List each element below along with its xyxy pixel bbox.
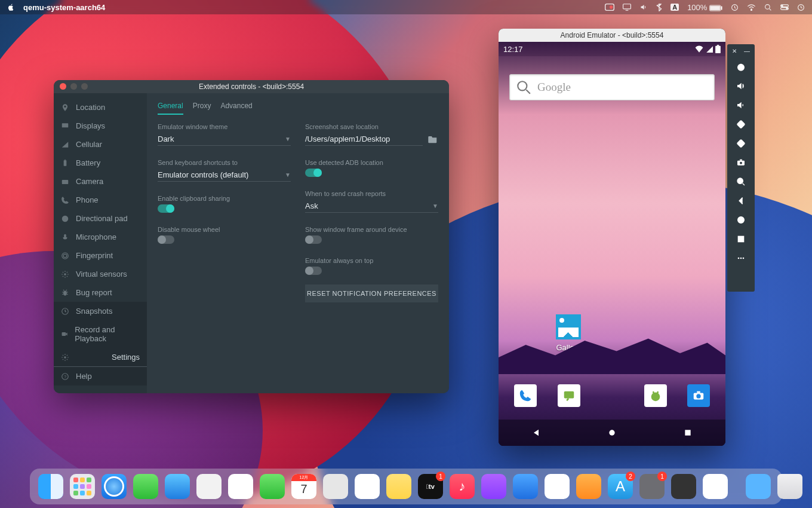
dock-calendar[interactable]: 12月7 — [291, 474, 316, 499]
sidebar-item-displays[interactable]: Displays — [54, 117, 147, 135]
menubar-timemachine-icon[interactable] — [731, 4, 739, 11]
svg-rect-39 — [697, 391, 700, 393]
more-button[interactable] — [732, 249, 750, 267]
phone-app-icon[interactable] — [514, 384, 537, 407]
sidebar-item-phone[interactable]: Phone — [54, 191, 147, 209]
rotate-left-button[interactable] — [732, 115, 750, 133]
messages-app-icon[interactable] — [558, 384, 580, 407]
menubar-input-icon[interactable]: A — [670, 4, 679, 11]
dock-android-studio[interactable] — [703, 474, 728, 499]
window-close-button[interactable] — [60, 83, 66, 90]
sidebar-item-cellular[interactable]: Cellular — [54, 135, 147, 154]
dock-facetime[interactable] — [260, 474, 285, 499]
sidebar-item-snapshots[interactable]: Snapshots — [54, 302, 147, 320]
dock-tv[interactable]: tv1 — [418, 474, 443, 499]
frame-toggle[interactable] — [305, 235, 322, 244]
power-button[interactable] — [732, 58, 750, 76]
sidebar-item-battery[interactable]: Battery — [54, 154, 147, 172]
battery-icon — [715, 45, 721, 53]
crash-select[interactable]: Ask▼ — [305, 200, 438, 213]
theme-select[interactable]: Dark▼ — [158, 133, 291, 146]
dock-mail[interactable] — [165, 474, 190, 499]
menubar-controlcenter-icon[interactable] — [780, 4, 789, 10]
volume-up-button[interactable] — [732, 77, 750, 95]
dock-appstore[interactable]: A2 — [608, 474, 633, 499]
dock-fcp[interactable] — [671, 474, 696, 499]
reset-notification-button[interactable]: RESET NOTIFICATION PREFERENCES — [305, 284, 438, 302]
mac-dock: 12月7tv1♪A21 — [30, 469, 782, 504]
dock-safari[interactable] — [102, 474, 127, 499]
menubar-bluetooth-icon[interactable] — [656, 3, 662, 11]
sidebar-item-camera[interactable]: Camera — [54, 172, 147, 191]
sidebar-item-bug-report[interactable]: Bug report — [54, 283, 147, 302]
dock-notes[interactable] — [386, 474, 411, 499]
settings-tab-proxy[interactable]: Proxy — [193, 102, 211, 115]
dock-contacts[interactable] — [323, 474, 348, 499]
dock-settings[interactable]: 1 — [639, 474, 665, 499]
dock-messages[interactable] — [133, 474, 158, 499]
nav-home-button[interactable] — [607, 428, 617, 437]
device-home-button[interactable] — [732, 211, 750, 229]
svg-rect-16 — [64, 160, 66, 160]
dock-music[interactable]: ♪ — [450, 474, 475, 499]
menubar-volume-icon[interactable] — [639, 4, 648, 11]
sidebar-item-settings[interactable]: Settings — [54, 348, 147, 367]
sidebar-item-directional-pad[interactable]: Directional pad — [54, 209, 147, 228]
menubar-wifi-icon[interactable] — [747, 4, 756, 11]
screenshot-button[interactable] — [732, 154, 750, 172]
menubar-battery[interactable]: 100% — [687, 3, 722, 12]
adb-toggle[interactable] — [305, 169, 322, 177]
dock-finder[interactable] — [38, 474, 63, 499]
google-search-widget[interactable]: Google — [509, 74, 715, 100]
menubar-spotlight-icon[interactable] — [764, 4, 772, 11]
screenshot-path-input[interactable]: /Users/applem1/Desktop — [305, 133, 423, 146]
sidebar-item-microphone[interactable]: Microphone — [54, 228, 147, 246]
sidebar-item-location[interactable]: Location — [54, 98, 147, 117]
toolbar-minimize-button[interactable]: — — [744, 48, 750, 54]
browser-app-icon[interactable] — [644, 384, 667, 407]
extended-controls-titlebar[interactable]: Extended controls - <build>:5554 — [54, 80, 449, 93]
dock-pages[interactable] — [576, 474, 601, 499]
emulator-titlebar[interactable]: Android Emulator - <build>:5554 — [499, 29, 725, 42]
mouse-toggle[interactable] — [158, 235, 174, 244]
dock-reminders[interactable] — [355, 474, 380, 499]
nav-back-button[interactable] — [531, 428, 541, 437]
device-screen[interactable]: 12:17 Google Gallery — [499, 42, 725, 446]
sidebar-item-virtual-sensors[interactable]: Virtual sensors — [54, 265, 147, 283]
menubar-clock-icon[interactable] — [797, 4, 805, 11]
dock-trash[interactable] — [777, 474, 802, 499]
zoom-in-button[interactable] — [732, 173, 750, 191]
settings-tab-general[interactable]: General — [158, 102, 183, 115]
ontop-toggle[interactable] — [305, 267, 322, 275]
svg-point-46 — [740, 162, 742, 164]
shortcuts-select[interactable]: Emulator controls (default)▼ — [158, 169, 291, 182]
menubar-donotdisturb-icon[interactable] — [605, 4, 614, 11]
sidebar-item-fingerprint[interactable]: Fingerprint — [54, 246, 147, 265]
dock-keynote[interactable] — [513, 474, 538, 499]
chevron-down-icon: ▼ — [285, 172, 291, 178]
dock-launchpad[interactable] — [70, 474, 95, 499]
apple-icon[interactable] — [7, 4, 15, 11]
menubar-app-title[interactable]: qemu-system-aarch64 — [23, 3, 105, 12]
dock-downloads[interactable] — [746, 474, 771, 499]
volume-down-button[interactable] — [732, 96, 750, 114]
clipboard-toggle[interactable] — [158, 204, 174, 213]
device-overview-button[interactable] — [732, 230, 750, 248]
toolbar-close-button[interactable]: ✕ — [732, 48, 737, 54]
window-zoom-button[interactable] — [81, 83, 88, 90]
sidebar-item-help[interactable]: ?Help — [54, 367, 147, 385]
dock-maps[interactable] — [196, 474, 222, 499]
extended-controls-sidebar: Location Displays Cellular Battery Camer… — [54, 93, 147, 393]
dock-photos[interactable] — [228, 474, 253, 499]
folder-browse-icon[interactable] — [427, 135, 438, 143]
settings-tab-advanced[interactable]: Advanced — [220, 102, 252, 115]
camera-app-icon[interactable] — [687, 384, 710, 407]
dock-podcasts[interactable] — [481, 474, 506, 499]
sidebar-item-record-playback[interactable]: Record and Playback — [54, 320, 147, 348]
device-back-button[interactable] — [732, 192, 750, 210]
nav-recents-button[interactable] — [683, 428, 693, 437]
menubar-screenmirror-icon[interactable] — [623, 4, 631, 11]
dock-numbers[interactable] — [545, 474, 570, 499]
rotate-right-button[interactable] — [732, 134, 750, 152]
window-minimize-button[interactable] — [70, 83, 77, 90]
